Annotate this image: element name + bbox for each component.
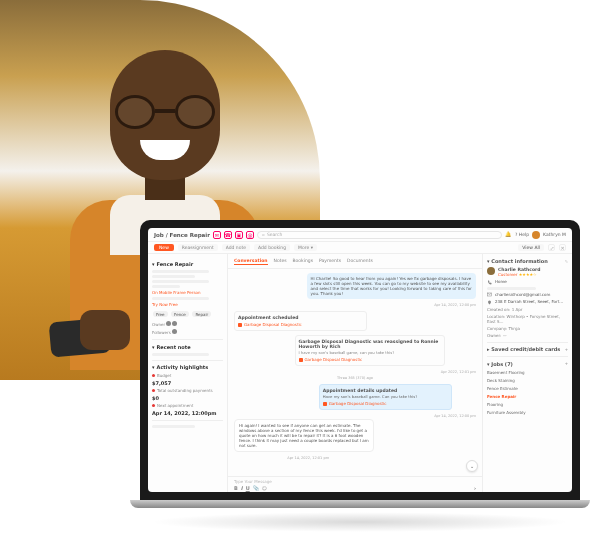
timestamp: Apr 2022, 12:01 pm [234,370,476,374]
job-item-selected[interactable]: Fence Repair [487,394,568,399]
job-item[interactable]: Deck Staining [487,378,568,383]
search-input[interactable]: ⌕ Search [257,231,502,239]
day-separator: Three 365 (370) ago [234,376,476,380]
app-screen: Job / Fence Repair ✉ ☎ ▣ @ ⌕ Search 🔔 ? … [148,228,572,492]
video-icon[interactable]: ▣ [235,231,243,239]
scroll-down-button[interactable]: ⌄ [466,460,478,472]
chevron-down-icon[interactable]: ▾ [152,261,155,267]
contact-info-title: Contact information [491,258,548,264]
send-icon[interactable]: › [474,485,476,491]
owner-link[interactable]: On Mobile Frame Person [152,290,223,295]
reassign-button[interactable]: Reassignment [178,244,218,251]
phone-icon[interactable]: ☎ [224,231,232,239]
user-name[interactable]: Kathryn M [543,232,566,237]
tabs: Conversation Notes Bookings Payments Doc… [228,254,482,269]
right-panel: ▾ Contact information✎ Charlie Rathcord … [482,254,572,492]
job-item[interactable]: Furniture Assembly [487,410,568,415]
laptop-base [130,500,590,508]
add-note-button[interactable]: Add note [222,244,250,251]
trial-link[interactable]: Try Now Free [152,302,223,307]
card-link[interactable]: Garbage Disposal Diagnostic [323,401,448,406]
center-panel: Conversation Notes Bookings Payments Doc… [228,254,482,492]
laptop-shadow [150,512,570,532]
tab-conversation[interactable]: Conversation [234,257,268,265]
tab-payments[interactable]: Payments [319,257,341,265]
action-bar: New Reassignment Add note Add booking Mo… [148,242,572,254]
avatar[interactable] [532,231,540,239]
underline-icon[interactable]: U [246,485,250,491]
job-item[interactable]: Fence Estimate [487,386,568,391]
breadcrumb[interactable]: Job / Fence Repair [154,232,210,238]
bell-icon[interactable]: 🔔 [505,231,512,238]
email-icon[interactable]: @ [246,231,254,239]
more-button[interactable]: More ▾ [294,244,317,251]
message-incoming: Hi again! I wanted to see if anyone can … [234,419,374,452]
tag[interactable]: Fence [171,311,189,317]
outstanding-value: $0 [152,395,223,401]
tab-notes[interactable]: Notes [274,257,287,265]
sms-icon[interactable]: ✉ [213,231,221,239]
card-link[interactable]: Garbage Disposal Diagnostic [299,357,441,362]
topbar: Job / Fence Repair ✉ ☎ ▣ @ ⌕ Search 🔔 ? … [148,228,572,242]
laptop-mockup: Job / Fence Repair ✉ ☎ ▣ @ ⌕ Search 🔔 ? … [140,220,580,520]
add-booking-button[interactable]: Add booking [254,244,290,251]
highlights-title: Activity highlights [157,364,209,370]
tag[interactable]: Free [153,311,168,317]
card-link[interactable]: Garbage Disposal Diagnostic [238,322,363,327]
svg-rect-0 [238,323,242,327]
timestamp: Apr 14, 2022, 12:01 pm [287,456,476,460]
rating-stars: ★★★★☆ [519,272,537,277]
bold-icon[interactable]: B [234,485,238,491]
emoji-icon[interactable]: ☺ [262,485,267,491]
jobs-section[interactable]: ▾ Jobs (7)+ [487,361,568,367]
job-item[interactable]: Basement Flooring [487,370,568,375]
contact-address[interactable]: 238 E Darrah Street, Seeet, Fort… [487,299,568,305]
close-icon[interactable]: ✕ [559,244,566,251]
composer[interactable]: Type Your Message B I U 📎 ☺ › [228,476,482,492]
tab-documents[interactable]: Documents [347,257,373,265]
attach-icon[interactable]: 📎 [253,485,259,491]
expand-icon[interactable]: ⤢ [548,244,555,251]
recent-note-title: Recent note [157,344,191,350]
new-button[interactable]: New [154,244,174,251]
message-outgoing: Hi Charlie! So good to hear from you aga… [307,273,476,299]
event-card[interactable]: Garbage Disposal Diagnostic was reassign… [295,335,445,366]
svg-rect-2 [323,402,327,406]
edit-icon[interactable]: ✎ [565,259,568,264]
view-all-button[interactable]: View All [518,244,544,251]
left-panel: ▾Fence Repair On Mobile Frame Person Try… [148,254,228,492]
tag[interactable]: Repair [192,311,211,317]
contact-role: Customer [498,272,517,277]
search-icon: ⌕ [262,232,265,237]
chat-thread: Hi Charlie! So good to hear from you aga… [228,269,482,476]
saved-cards-section[interactable]: ▸ Saved credit/debit cards+ [487,346,568,352]
composer-placeholder: Type Your Message [234,479,476,484]
job-item[interactable]: Flooring [487,402,568,407]
job-title: Fence Repair [157,261,194,267]
contact-avatar [487,267,495,275]
event-card[interactable]: Appointment scheduled Garbage Disposal D… [234,311,367,331]
contact-email[interactable]: charlierathcord@gmail.com [487,292,568,298]
chevron-down-icon: ⌄ [470,463,474,469]
help-link[interactable]: ? Help [515,232,529,237]
timestamp: Apr 14, 2022, 12:00 pm [234,414,476,418]
event-card[interactable]: Appointment details updated Have my son'… [319,384,452,410]
italic-icon[interactable]: I [241,485,243,491]
svg-rect-1 [299,358,303,362]
timestamp: Apr 14, 2022, 12:00 pm [234,303,476,307]
budget-value: $7,057 [152,380,223,386]
contact-phone[interactable]: Home [487,279,568,285]
appt-value: Apr 14, 2022, 12:00pm [152,410,223,416]
tab-bookings[interactable]: Bookings [293,257,314,265]
